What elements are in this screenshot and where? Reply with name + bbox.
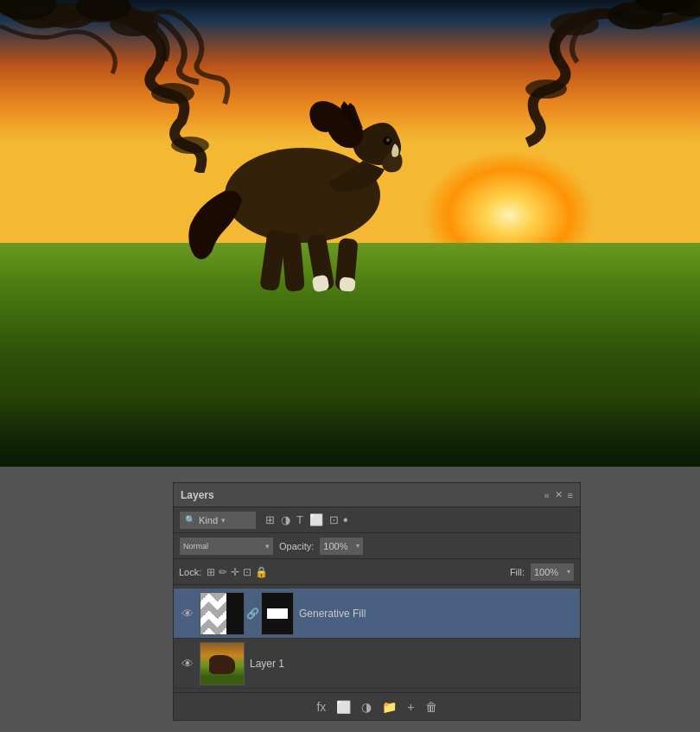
- new-layer-icon[interactable]: +: [407, 700, 414, 714]
- filter-row: 🔍 Kind ▾ ⊞ ◑ T ⬜ ⊡ •: [174, 507, 580, 533]
- type-filter-icon[interactable]: T: [295, 512, 305, 528]
- opacity-value: 100%: [323, 541, 347, 551]
- fill-chevron: ▾: [567, 568, 570, 576]
- kind-label: Kind: [199, 515, 218, 525]
- fill-input[interactable]: 100% ▾: [530, 563, 575, 582]
- panel-menu-icon[interactable]: ≡: [568, 490, 573, 500]
- opacity-input[interactable]: 100% ▾: [319, 537, 364, 556]
- layers-header-icons: « ✕ ≡: [544, 489, 573, 500]
- svg-point-8: [525, 80, 567, 99]
- layer-thumbnail-gen-fill: [200, 592, 245, 635]
- opacity-label: Opacity:: [279, 541, 314, 551]
- svg-point-11: [225, 148, 380, 243]
- adjustment-filter-icon[interactable]: ◑: [279, 512, 292, 528]
- layers-panel-title: Layers: [181, 489, 214, 501]
- canvas-area: [0, 0, 700, 467]
- delete-layer-icon[interactable]: 🗑: [425, 700, 437, 714]
- lock-image-icon[interactable]: ✏: [219, 566, 227, 578]
- layer-thumbnail-layer1: [200, 642, 245, 685]
- layer-item[interactable]: 👁 Layer 1: [174, 639, 580, 689]
- filter-icons: ⊞ ◑ T ⬜ ⊡ •: [264, 512, 348, 528]
- tree-right-svg: [441, 0, 700, 156]
- shape-filter-icon[interactable]: ⬜: [308, 512, 325, 528]
- collapse-icon[interactable]: «: [544, 490, 549, 500]
- layer-item[interactable]: 👁 🔗 Generative Fill: [174, 589, 580, 639]
- image-filter-icon[interactable]: ⊞: [264, 512, 277, 528]
- panel-close-icon[interactable]: ✕: [555, 489, 563, 500]
- create-group-icon[interactable]: 📁: [382, 700, 397, 714]
- filter-dot-icon[interactable]: •: [343, 512, 348, 528]
- bottom-strip: [0, 398, 700, 467]
- layer-visibility-icon[interactable]: 👁: [181, 607, 194, 621]
- svg-rect-15: [339, 277, 355, 292]
- lock-all-icon[interactable]: 🔒: [255, 566, 268, 578]
- blend-mode-value: Normal: [183, 542, 208, 551]
- lock-artboards-icon[interactable]: ⊡: [243, 566, 251, 578]
- layer-mask-thumbnail: [261, 592, 294, 635]
- blend-chevron: ▾: [265, 542, 270, 551]
- add-adjustment-icon[interactable]: ◑: [361, 700, 372, 714]
- blend-opacity-row: Normal ▾ Opacity: 100% ▾: [174, 533, 580, 559]
- lock-icons-group: ⊞ ✏ ✛ ⊡ 🔒: [207, 566, 268, 578]
- layer-name: Generative Fill: [299, 608, 573, 620]
- lock-position-icon[interactable]: ✛: [231, 566, 239, 578]
- lock-pixels-icon[interactable]: ⊞: [207, 566, 215, 578]
- svg-point-19: [386, 138, 390, 142]
- layer-list: 👁 🔗 Generative Fill 👁 Layer 1: [174, 585, 580, 692]
- add-mask-icon[interactable]: ⬜: [336, 700, 351, 714]
- filter-kind-select[interactable]: 🔍 Kind ▾: [179, 511, 257, 530]
- fill-value: 100%: [534, 567, 558, 577]
- scene-canvas: [0, 0, 700, 467]
- search-icon: 🔍: [185, 515, 195, 525]
- layers-panel: Layers « ✕ ≡ 🔍 Kind ▾ ⊞ ◑ T ⬜ ⊡ •: [173, 482, 581, 721]
- svg-point-7: [550, 13, 599, 35]
- horse-svg: [173, 61, 449, 303]
- layer-thumbnail-group: [200, 642, 245, 685]
- add-fx-icon[interactable]: fx: [316, 700, 326, 714]
- link-chain-icon: 🔗: [246, 608, 259, 620]
- panel-area: Layers « ✕ ≡ 🔍 Kind ▾ ⊞ ◑ T ⬜ ⊡ •: [0, 467, 700, 732]
- opacity-chevron: ▾: [356, 542, 360, 550]
- layer-visibility-icon[interactable]: 👁: [181, 657, 194, 671]
- mask-white-bar: [267, 608, 288, 619]
- layers-footer-bar: fx ⬜ ◑ 📁 + 🗑: [174, 692, 580, 720]
- smart-filter-icon[interactable]: ⊡: [328, 512, 340, 528]
- layers-panel-header: Layers « ✕ ≡: [174, 483, 580, 507]
- layer-name: Layer 1: [250, 658, 573, 670]
- lock-label: Lock:: [179, 567, 201, 577]
- layer-thumbnail-group: 🔗: [200, 592, 294, 635]
- fill-label: Fill:: [510, 567, 525, 577]
- blend-mode-select[interactable]: Normal ▾: [179, 537, 274, 556]
- kind-chevron: ▾: [221, 516, 226, 525]
- lock-row: Lock: ⊞ ✏ ✛ ⊡ 🔒 Fill: 100% ▾: [174, 559, 580, 585]
